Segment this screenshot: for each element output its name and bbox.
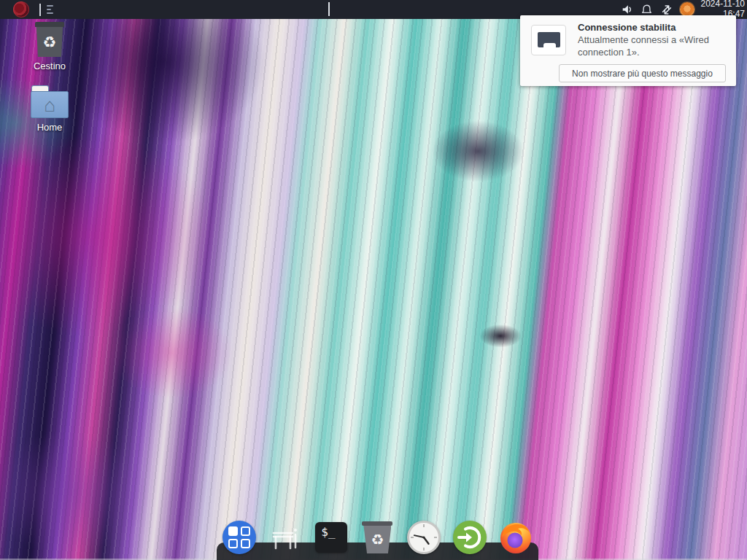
desktop-icon-label: Home	[37, 122, 63, 133]
desktop-icon-trash[interactable]: ♻ Cestino	[17, 22, 82, 71]
trash-icon: ♻	[363, 521, 391, 553]
panel-left-section	[0, 1, 53, 18]
logout-icon	[453, 521, 487, 554]
home-folder-icon: ⌂	[31, 86, 69, 118]
dock-item-app-menu[interactable]	[222, 520, 257, 555]
firefox-icon	[498, 520, 533, 555]
dock: $_ ♻	[217, 518, 538, 556]
task-list-icon[interactable]	[47, 5, 53, 14]
recycle-glyph: ♻	[371, 531, 384, 548]
terminal-icon: $_	[315, 522, 347, 553]
panel-separator	[39, 4, 41, 16]
dock-item-trash[interactable]: ♻	[360, 520, 395, 555]
dock-item-terminal[interactable]: $_	[314, 520, 349, 555]
wired-network-icon	[538, 32, 560, 47]
app-grid-icon	[222, 521, 256, 554]
analog-clock-icon	[407, 521, 441, 554]
updates-icon[interactable]	[680, 2, 694, 17]
notification-text: Connessione stabilita Attualmente connes…	[578, 22, 729, 59]
notification-body: Attualmente connessi a «Wired connection…	[578, 34, 729, 59]
desktop-screen: 2024-11-10 16:47 ♻ Cestino ⌂ Home Connes…	[0, 0, 747, 560]
dock-item-clock[interactable]	[406, 520, 441, 555]
recycle-glyph: ♻	[43, 34, 57, 50]
desktop-icon-label: Cestino	[34, 61, 66, 71]
notification-popup: Connessione stabilita Attualmente connes…	[520, 15, 736, 86]
dock-item-firefox[interactable]	[498, 520, 533, 555]
notification-icon-frame	[531, 25, 566, 55]
network-activity-icon[interactable]	[660, 3, 673, 16]
trash-icon: ♻	[35, 22, 64, 57]
dock-item-logout[interactable]	[452, 520, 487, 555]
notification-title: Connessione stabilita	[578, 22, 729, 33]
volume-icon[interactable]	[621, 3, 634, 16]
dock-item-show-desktop[interactable]	[268, 520, 303, 555]
dismiss-notification-button[interactable]: Non mostrare più questo messaggio	[559, 64, 726, 82]
panel-text-cursor	[328, 2, 330, 16]
house-glyph: ⌂	[44, 96, 55, 114]
distro-logo-icon[interactable]	[13, 1, 29, 18]
notifications-bell-icon[interactable]	[640, 3, 654, 16]
desktop-pager-icon	[269, 521, 301, 553]
desktop-icon-home[interactable]: ⌂ Home	[17, 86, 82, 133]
